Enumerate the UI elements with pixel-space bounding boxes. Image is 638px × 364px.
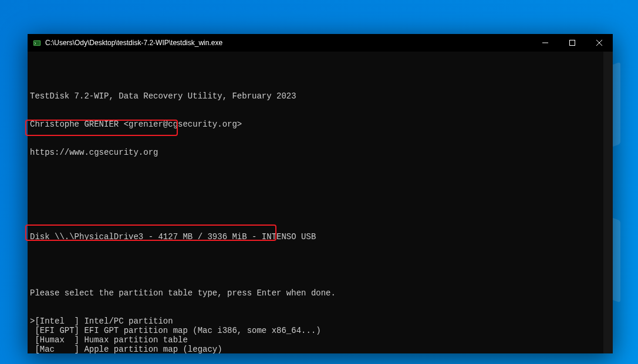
header-line-2: Christophe GRENIER <grenier@cgsecurity.o…	[30, 120, 610, 129]
terminal-area[interactable]: TestDisk 7.2-WIP, Data Recovery Utility,…	[28, 52, 613, 353]
menu-item-efigpt[interactable]: [EFI GPT] EFI GPT partition map (Mac i38…	[30, 326, 610, 335]
prompt-line: Please select the partition table type, …	[30, 288, 610, 298]
window-title: C:\Users\Ody\Desktop\testdisk-7.2-WIP\te…	[45, 39, 532, 47]
minimize-button[interactable]	[532, 34, 559, 52]
blank-line	[30, 260, 610, 270]
menu-item-intel[interactable]: >[Intel ] Intel/PC partition	[30, 317, 610, 326]
menu-item-mac[interactable]: [Mac ] Apple partition map (legacy)	[30, 345, 610, 353]
terminal-content: TestDisk 7.2-WIP, Data Recovery Utility,…	[30, 73, 610, 353]
blank-line	[30, 204, 610, 213]
svg-rect-2	[570, 40, 575, 46]
close-button[interactable]	[586, 34, 613, 52]
titlebar[interactable]: C:\Users\Ody\Desktop\testdisk-7.2-WIP\te…	[28, 34, 613, 52]
header-line-1: TestDisk 7.2-WIP, Data Recovery Utility,…	[30, 91, 610, 101]
console-window: C:\Users\Ody\Desktop\testdisk-7.2-WIP\te…	[28, 34, 613, 353]
window-controls	[532, 34, 613, 52]
disk-info: Disk \\.\PhysicalDrive3 - 4127 MB / 3936…	[30, 232, 610, 241]
scrollbar[interactable]	[603, 52, 613, 353]
app-icon	[32, 38, 42, 47]
blank-line	[30, 176, 610, 185]
header-line-3: https://www.cgsecurity.org	[30, 148, 610, 157]
maximize-button[interactable]	[559, 34, 586, 52]
menu-item-humax[interactable]: [Humax ] Humax partition table	[30, 335, 610, 345]
